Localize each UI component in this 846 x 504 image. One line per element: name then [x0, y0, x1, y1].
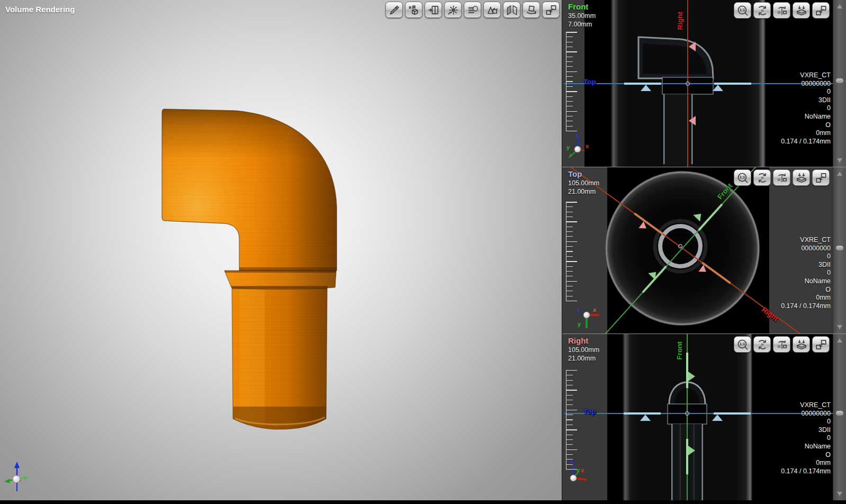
slice-panel-front[interactable]: Front 35.00mm 7.00mm Top Right VXRE_CT00…: [562, 0, 846, 167]
slice-toolbar: 1:1: [734, 169, 830, 186]
detach-view-icon[interactable]: [812, 336, 830, 353]
vertical-ruler: [566, 32, 578, 131]
zoom-1to1-icon[interactable]: 1:1: [734, 2, 751, 19]
slice-handle-blue[interactable]: [640, 415, 651, 421]
paint-tool-icon[interactable]: [385, 2, 403, 18]
slice-handle-green[interactable]: [688, 446, 695, 455]
cone-cube-icon[interactable]: [483, 2, 501, 18]
reset-view-icon[interactable]: [753, 2, 771, 19]
top-axis-label: Top: [583, 408, 596, 416]
slice-settings-icon[interactable]: [773, 336, 790, 353]
svg-text:y: y: [566, 144, 570, 150]
scroll-down-icon[interactable]: [837, 325, 842, 329]
ruler-step-label: 21.00mm: [568, 188, 596, 195]
scroll-up-icon[interactable]: [837, 338, 842, 343]
right-axis-label: Right: [676, 12, 684, 30]
reset-view-icon[interactable]: [753, 169, 771, 186]
slice-handle-blue[interactable]: [712, 415, 723, 421]
vertical-ruler: [566, 202, 578, 301]
fit-view-icon[interactable]: [793, 2, 810, 19]
svg-text:R: R: [409, 5, 411, 10]
fit-view-icon[interactable]: [793, 336, 810, 353]
registration-icon[interactable]: R: [405, 2, 422, 18]
render-settings-icon[interactable]: [464, 2, 481, 18]
slice-views-column: Front 35.00mm 7.00mm Top Right VXRE_CT00…: [562, 0, 846, 500]
slice-handle-green[interactable]: [688, 372, 695, 381]
ruler-range-label: 105.00mm: [568, 346, 599, 354]
panel-title-front: Front: [568, 2, 588, 11]
axis-gizmo-top: z x y: [570, 304, 604, 331]
scrollbar-thumb[interactable]: [835, 410, 844, 416]
ruler-step-label: 21.00mm: [568, 355, 596, 362]
scrollbar-thumb[interactable]: [835, 245, 844, 251]
panel-title-top: Top: [568, 169, 582, 178]
slice-toolbar: 1:1: [734, 336, 830, 353]
slice-settings-icon[interactable]: [773, 169, 790, 186]
window-bottom-edge: [0, 500, 846, 504]
svg-text:z: z: [577, 307, 580, 313]
clipping-plane-icon[interactable]: [503, 2, 520, 18]
rotate-view-icon[interactable]: [523, 2, 540, 18]
slice-scrollbar[interactable]: [833, 334, 846, 500]
slice-toolbar: 1:1: [734, 2, 830, 19]
slice-info-readout: VXRE_CT00000000 03DII 0NoName O0mm 0.174…: [781, 71, 831, 146]
svg-text:1:1: 1:1: [740, 342, 745, 346]
main-toolbar: R: [385, 2, 560, 18]
svg-text:z: z: [575, 131, 579, 138]
svg-text:1:1: 1:1: [740, 175, 745, 179]
slice-info-readout: VXRE_CT00000000 03DII 0NoName O0mm 0.174…: [781, 401, 831, 475]
reset-view-icon[interactable]: [753, 336, 771, 353]
crosshair-center[interactable]: [678, 244, 682, 248]
scroll-down-icon[interactable]: [837, 158, 842, 163]
svg-text:x: x: [586, 143, 589, 149]
scrollbar-thumb[interactable]: [835, 78, 844, 84]
slice-scrollbar[interactable]: [833, 0, 846, 167]
slice-panel-right[interactable]: Right 105.00mm 21.00mm Top Front VXRE_CT…: [562, 334, 846, 500]
axis-gizmo-front: z y x: [565, 130, 595, 163]
ruler-range-label: 105.00mm: [568, 179, 599, 187]
slice-panel-top[interactable]: Top 105.00mm 21.00mm Front Right VXRE_CT…: [562, 167, 846, 334]
zoom-1to1-icon[interactable]: 1:1: [734, 169, 751, 186]
ruler-range-label: 35.00mm: [568, 12, 596, 20]
scroll-down-icon[interactable]: [837, 492, 842, 496]
slice-handle-pink[interactable]: [689, 116, 696, 125]
svg-text:x: x: [593, 307, 597, 313]
slice-settings-icon[interactable]: [773, 2, 790, 19]
scroll-up-icon[interactable]: [837, 172, 842, 176]
detach-view-icon[interactable]: [542, 2, 560, 18]
detach-view-icon[interactable]: [812, 2, 830, 19]
slice-scrollbar[interactable]: [833, 167, 846, 334]
detach-view-icon[interactable]: [812, 169, 830, 186]
crosshair-center[interactable]: [685, 411, 689, 416]
svg-text:x: x: [581, 467, 584, 473]
axis-gizmo-3d: [3, 460, 31, 493]
slice-handle-blue[interactable]: [713, 85, 723, 91]
front-axis-label: Front: [676, 341, 683, 360]
crosshair-front-line[interactable]: [687, 334, 688, 500]
volume-rendering-viewport[interactable]: Volume Rendering: [0, 0, 562, 500]
rendered-pipe-model: [0, 0, 562, 500]
slice-info-readout: VXRE_CT00000000 03DII 0NoName O0mm 0.174…: [781, 236, 831, 310]
crosshair-center[interactable]: [686, 82, 690, 86]
svg-text:y: y: [578, 321, 581, 327]
svg-text:1:1: 1:1: [740, 8, 745, 12]
clip-window-icon[interactable]: [425, 2, 442, 18]
top-axis-label: Top: [583, 78, 596, 86]
zoom-1to1-icon[interactable]: 1:1: [734, 336, 751, 353]
slice-handle-pink[interactable]: [689, 42, 696, 51]
panel-title-right: Right: [568, 336, 588, 345]
scroll-up-icon[interactable]: [837, 4, 842, 8]
slice-handle-blue[interactable]: [641, 85, 651, 91]
vertical-ruler: [566, 370, 578, 470]
fit-view-icon[interactable]: [793, 169, 810, 186]
lighting-icon[interactable]: [444, 2, 462, 18]
ruler-step-label: 7.00mm: [568, 21, 592, 28]
